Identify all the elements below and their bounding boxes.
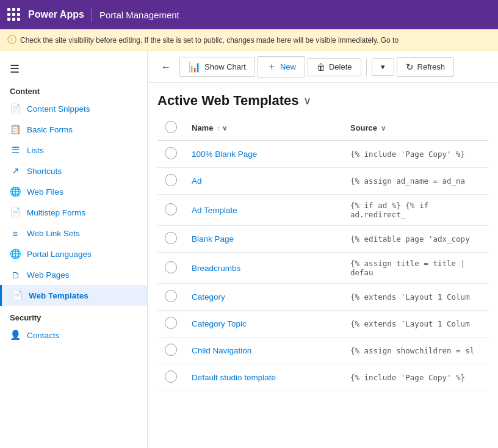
row-checkbox-6[interactable] bbox=[165, 317, 177, 329]
row-select-cell[interactable] bbox=[157, 140, 184, 168]
row-checkbox-2[interactable] bbox=[165, 203, 177, 215]
table-row: Default studio template {% include 'Page… bbox=[157, 364, 488, 391]
sidebar-item-web-files[interactable]: 🌐 Web Files bbox=[0, 181, 147, 202]
row-name-link[interactable]: Category bbox=[192, 292, 225, 302]
toolbar-divider bbox=[366, 59, 367, 76]
row-name-link[interactable]: 100% Blank Page bbox=[192, 150, 257, 159]
table-row: Breadcrumbs {% assign title = title | de… bbox=[157, 253, 488, 284]
row-source-cell: {% include 'Page Copy' %} bbox=[343, 364, 488, 391]
name-sort-icon[interactable]: ↑ ∨ bbox=[217, 125, 227, 132]
delete-button[interactable]: 🗑 Delete bbox=[308, 58, 361, 76]
source-column-header[interactable]: Source ∨ bbox=[343, 116, 488, 140]
lists-icon: ☰ bbox=[10, 145, 21, 156]
show-chart-icon: 📊 bbox=[189, 61, 201, 73]
web-link-sets-icon: ≡ bbox=[10, 228, 21, 239]
row-name-cell: Breadcrumbs bbox=[184, 253, 343, 284]
row-name-link[interactable]: Blank Page bbox=[192, 234, 234, 244]
table-title-chevron-icon[interactable]: ∨ bbox=[303, 94, 311, 107]
warning-icon: ⓘ bbox=[7, 34, 16, 46]
portal-name: Portal Management bbox=[99, 10, 179, 20]
hamburger-menu[interactable]: ☰ bbox=[0, 56, 147, 82]
sidebar-item-label: Contacts bbox=[27, 331, 59, 340]
web-templates-icon: 📄 bbox=[12, 290, 23, 301]
row-name-link[interactable]: Breadcrumbs bbox=[192, 264, 240, 273]
sidebar-item-web-pages[interactable]: 🗋 Web Pages bbox=[0, 264, 147, 285]
name-column-header[interactable]: Name ↑ ∨ bbox=[184, 116, 343, 140]
plus-icon: ＋ bbox=[267, 60, 276, 73]
show-chart-button[interactable]: 📊 Show Chart bbox=[179, 57, 255, 77]
row-name-cell: Blank Page bbox=[184, 226, 343, 253]
delete-icon: 🗑 bbox=[317, 62, 325, 72]
sidebar-item-contacts[interactable]: 👤 Contacts bbox=[0, 325, 147, 345]
row-name-cell: Child Navigation bbox=[184, 338, 343, 364]
chevron-dropdown-button[interactable]: ▾ bbox=[372, 58, 394, 76]
row-name-cell: Category bbox=[184, 284, 343, 311]
row-select-cell[interactable] bbox=[157, 284, 184, 311]
sidebar-item-web-templates[interactable]: 📄 Web Templates bbox=[0, 285, 147, 306]
table-header-row: Name ↑ ∨ Source ∨ bbox=[157, 116, 488, 140]
row-select-cell[interactable] bbox=[157, 338, 184, 364]
row-checkbox-5[interactable] bbox=[165, 290, 177, 302]
new-button[interactable]: ＋ New bbox=[258, 56, 305, 78]
sidebar-item-multistep-forms[interactable]: 📄 Multistep Forms bbox=[0, 202, 147, 223]
sidebar-item-label: Web Templates bbox=[29, 291, 88, 300]
table-row: Ad {% assign ad_name = ad_na bbox=[157, 168, 488, 195]
source-sort-icon[interactable]: ∨ bbox=[381, 125, 386, 132]
multistep-forms-icon: 📄 bbox=[10, 207, 21, 218]
row-select-cell[interactable] bbox=[157, 364, 184, 391]
row-checkbox-7[interactable] bbox=[165, 344, 177, 356]
row-select-cell[interactable] bbox=[157, 168, 184, 195]
row-name-link[interactable]: Default studio template bbox=[192, 373, 276, 382]
back-button[interactable]: ← bbox=[155, 58, 177, 76]
app-name: Power Apps bbox=[28, 9, 84, 20]
sidebar-item-lists[interactable]: ☰ Lists bbox=[0, 140, 147, 161]
table-row: Category Topic {% extends 'Layout 1 Colu… bbox=[157, 311, 488, 338]
portal-languages-icon: 🌐 bbox=[10, 248, 21, 259]
sidebar-item-content-snippets[interactable]: 📄 Content Snippets bbox=[0, 98, 147, 119]
row-name-link[interactable]: Ad Template bbox=[192, 206, 237, 215]
row-name-cell: Default studio template bbox=[184, 364, 343, 391]
row-checkbox-8[interactable] bbox=[165, 370, 177, 383]
row-checkbox-3[interactable] bbox=[165, 232, 177, 244]
sidebar: ☰ Content 📄 Content Snippets 📋 Basic For… bbox=[0, 51, 148, 448]
select-all-header[interactable] bbox=[157, 116, 184, 140]
app-launcher-icon[interactable] bbox=[7, 8, 21, 21]
warning-bar: ⓘ Check the site visibility before editi… bbox=[0, 29, 498, 51]
sidebar-item-web-link-sets[interactable]: ≡ Web Link Sets bbox=[0, 223, 147, 244]
row-select-cell[interactable] bbox=[157, 195, 184, 226]
row-source-cell: {% assign showchildren = sl bbox=[343, 338, 488, 364]
shortcuts-icon: ↗ bbox=[10, 165, 21, 176]
select-all-checkbox[interactable] bbox=[165, 121, 177, 133]
row-name-link[interactable]: Child Navigation bbox=[192, 346, 251, 355]
table-row: Child Navigation {% assign showchildren … bbox=[157, 338, 488, 364]
content-section-title: Content bbox=[0, 82, 147, 98]
sidebar-item-label: Web Link Sets bbox=[27, 229, 80, 238]
row-checkbox-4[interactable] bbox=[165, 261, 177, 273]
row-source-cell: {% if ad %} {% if ad.redirect_ bbox=[343, 195, 488, 226]
row-select-cell[interactable] bbox=[157, 311, 184, 338]
web-pages-icon: 🗋 bbox=[10, 269, 21, 280]
refresh-button[interactable]: ↻ Refresh bbox=[397, 57, 455, 77]
row-name-cell: Ad bbox=[184, 168, 343, 195]
row-select-cell[interactable] bbox=[157, 253, 184, 284]
row-select-cell[interactable] bbox=[157, 226, 184, 253]
row-checkbox-0[interactable] bbox=[165, 147, 177, 159]
sidebar-item-label: Web Pages bbox=[27, 270, 70, 280]
row-source-cell: {% extends 'Layout 1 Colum bbox=[343, 311, 488, 338]
sidebar-item-portal-languages[interactable]: 🌐 Portal Languages bbox=[0, 244, 147, 264]
basic-forms-icon: 📋 bbox=[10, 124, 21, 135]
row-name-link[interactable]: Category Topic bbox=[192, 319, 247, 328]
top-bar-divider bbox=[92, 7, 92, 22]
content-area: ← 📊 Show Chart ＋ New 🗑 Delete ▾ ↻ Refres… bbox=[148, 51, 498, 448]
web-templates-table: Name ↑ ∨ Source ∨ 100% Blank Page {% inc… bbox=[157, 116, 488, 391]
row-name-link[interactable]: Ad bbox=[192, 176, 202, 186]
table-body: 100% Blank Page {% include 'Page Copy' %… bbox=[157, 140, 488, 391]
row-checkbox-1[interactable] bbox=[165, 174, 177, 186]
sidebar-item-basic-forms[interactable]: 📋 Basic Forms bbox=[0, 119, 147, 140]
row-name-cell: Ad Template bbox=[184, 195, 343, 226]
web-files-icon: 🌐 bbox=[10, 186, 21, 197]
row-source-cell: {% extends 'Layout 1 Colum bbox=[343, 284, 488, 311]
refresh-icon: ↻ bbox=[406, 62, 414, 73]
table-row: Ad Template {% if ad %} {% if ad.redirec… bbox=[157, 195, 488, 226]
sidebar-item-shortcuts[interactable]: ↗ Shortcuts bbox=[0, 161, 147, 181]
